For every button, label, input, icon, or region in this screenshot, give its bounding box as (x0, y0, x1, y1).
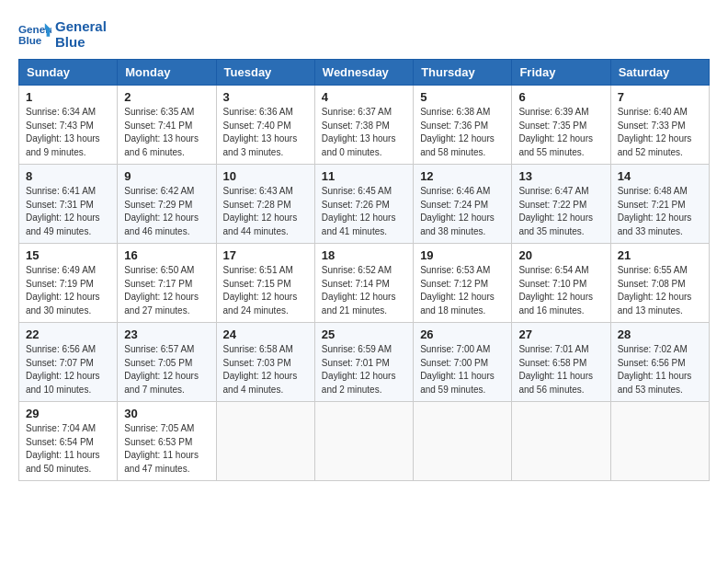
svg-text:Blue: Blue (18, 34, 42, 46)
day-info: Sunrise: 6:38 AM Sunset: 7:36 PM Dayligh… (420, 106, 505, 159)
day-number: 17 (223, 248, 308, 262)
day-number: 6 (518, 90, 603, 104)
day-info: Sunrise: 6:40 AM Sunset: 7:33 PM Dayligh… (618, 106, 702, 159)
day-cell: 17Sunrise: 6:51 AM Sunset: 7:15 PM Dayli… (216, 244, 314, 323)
day-cell: 9Sunrise: 6:42 AM Sunset: 7:29 PM Daylig… (118, 165, 216, 244)
day-number: 3 (223, 90, 308, 104)
day-cell: 8Sunrise: 6:41 AM Sunset: 7:31 PM Daylig… (19, 165, 118, 244)
day-cell (216, 402, 314, 481)
day-info: Sunrise: 6:49 AM Sunset: 7:19 PM Dayligh… (26, 264, 110, 317)
day-cell: 3Sunrise: 6:36 AM Sunset: 7:40 PM Daylig… (216, 86, 314, 165)
day-cell: 1Sunrise: 6:34 AM Sunset: 7:43 PM Daylig… (19, 86, 118, 165)
day-info: Sunrise: 6:41 AM Sunset: 7:31 PM Dayligh… (26, 185, 110, 238)
day-number: 23 (124, 327, 209, 341)
day-number: 25 (322, 327, 406, 341)
header-row: SundayMondayTuesdayWednesdayThursdayFrid… (19, 60, 710, 86)
day-number: 2 (124, 90, 209, 104)
day-info: Sunrise: 6:53 AM Sunset: 7:12 PM Dayligh… (420, 264, 505, 317)
day-info: Sunrise: 6:47 AM Sunset: 7:22 PM Dayligh… (518, 185, 603, 238)
day-number: 26 (420, 327, 505, 341)
day-cell: 26Sunrise: 7:00 AM Sunset: 7:00 PM Dayli… (414, 323, 512, 402)
day-cell: 13Sunrise: 6:47 AM Sunset: 7:22 PM Dayli… (512, 165, 610, 244)
day-cell (610, 402, 709, 481)
day-number: 14 (618, 169, 702, 183)
day-number: 28 (618, 327, 702, 341)
day-number: 1 (26, 90, 110, 104)
week-row-2: 8Sunrise: 6:41 AM Sunset: 7:31 PM Daylig… (19, 165, 710, 244)
day-cell: 23Sunrise: 6:57 AM Sunset: 7:05 PM Dayli… (118, 323, 216, 402)
day-cell: 19Sunrise: 6:53 AM Sunset: 7:12 PM Dayli… (414, 244, 512, 323)
day-cell: 4Sunrise: 6:37 AM Sunset: 7:38 PM Daylig… (314, 86, 413, 165)
day-number: 8 (26, 169, 110, 183)
col-header-tuesday: Tuesday (216, 60, 314, 86)
day-info: Sunrise: 6:46 AM Sunset: 7:24 PM Dayligh… (420, 185, 505, 238)
day-number: 13 (518, 169, 603, 183)
week-row-4: 22Sunrise: 6:56 AM Sunset: 7:07 PM Dayli… (19, 323, 710, 402)
week-row-5: 29Sunrise: 7:04 AM Sunset: 6:54 PM Dayli… (19, 402, 710, 481)
col-header-friday: Friday (512, 60, 610, 86)
day-cell: 30Sunrise: 7:05 AM Sunset: 6:53 PM Dayli… (118, 402, 216, 481)
day-info: Sunrise: 6:42 AM Sunset: 7:29 PM Dayligh… (124, 185, 209, 238)
week-row-3: 15Sunrise: 6:49 AM Sunset: 7:19 PM Dayli… (19, 244, 710, 323)
day-info: Sunrise: 7:04 AM Sunset: 6:54 PM Dayligh… (26, 422, 110, 476)
day-info: Sunrise: 6:48 AM Sunset: 7:21 PM Dayligh… (618, 185, 702, 238)
day-cell: 22Sunrise: 6:56 AM Sunset: 7:07 PM Dayli… (19, 323, 118, 402)
day-cell: 28Sunrise: 7:02 AM Sunset: 6:56 PM Dayli… (610, 323, 709, 402)
day-number: 5 (420, 90, 505, 104)
day-info: Sunrise: 6:45 AM Sunset: 7:26 PM Dayligh… (322, 185, 406, 238)
day-info: Sunrise: 6:54 AM Sunset: 7:10 PM Dayligh… (518, 264, 603, 317)
day-number: 11 (322, 169, 406, 183)
col-header-monday: Monday (118, 60, 216, 86)
logo-icon: General Blue (18, 21, 51, 47)
day-info: Sunrise: 6:36 AM Sunset: 7:40 PM Dayligh… (223, 106, 308, 159)
day-number: 30 (124, 407, 209, 420)
day-cell: 20Sunrise: 6:54 AM Sunset: 7:10 PM Dayli… (512, 244, 610, 323)
day-cell: 2Sunrise: 6:35 AM Sunset: 7:41 PM Daylig… (118, 86, 216, 165)
day-cell: 14Sunrise: 6:48 AM Sunset: 7:21 PM Dayli… (610, 165, 709, 244)
day-cell: 11Sunrise: 6:45 AM Sunset: 7:26 PM Dayli… (314, 165, 413, 244)
day-number: 22 (26, 327, 110, 341)
day-info: Sunrise: 6:34 AM Sunset: 7:43 PM Dayligh… (26, 106, 110, 159)
day-cell: 18Sunrise: 6:52 AM Sunset: 7:14 PM Dayli… (314, 244, 413, 323)
day-number: 7 (618, 90, 702, 104)
day-cell: 15Sunrise: 6:49 AM Sunset: 7:19 PM Dayli… (19, 244, 118, 323)
day-number: 29 (26, 407, 110, 420)
week-row-1: 1Sunrise: 6:34 AM Sunset: 7:43 PM Daylig… (19, 86, 710, 165)
logo: General Blue General Blue (18, 18, 107, 50)
day-number: 20 (518, 248, 603, 262)
day-info: Sunrise: 6:50 AM Sunset: 7:17 PM Dayligh… (124, 264, 209, 317)
day-cell: 24Sunrise: 6:58 AM Sunset: 7:03 PM Dayli… (216, 323, 314, 402)
day-number: 4 (322, 90, 406, 104)
page-header: General Blue General Blue (18, 18, 710, 50)
day-info: Sunrise: 7:02 AM Sunset: 6:56 PM Dayligh… (618, 343, 702, 396)
day-info: Sunrise: 6:39 AM Sunset: 7:35 PM Dayligh… (518, 106, 603, 159)
day-info: Sunrise: 7:01 AM Sunset: 6:58 PM Dayligh… (518, 343, 603, 396)
day-info: Sunrise: 6:55 AM Sunset: 7:08 PM Dayligh… (618, 264, 702, 317)
day-cell: 12Sunrise: 6:46 AM Sunset: 7:24 PM Dayli… (414, 165, 512, 244)
col-header-wednesday: Wednesday (314, 60, 413, 86)
col-header-saturday: Saturday (610, 60, 709, 86)
calendar-table: SundayMondayTuesdayWednesdayThursdayFrid… (18, 59, 710, 481)
day-info: Sunrise: 7:05 AM Sunset: 6:53 PM Dayligh… (124, 422, 209, 476)
day-number: 16 (124, 248, 209, 262)
day-info: Sunrise: 6:52 AM Sunset: 7:14 PM Dayligh… (322, 264, 406, 317)
day-info: Sunrise: 6:35 AM Sunset: 7:41 PM Dayligh… (124, 106, 209, 159)
day-cell: 16Sunrise: 6:50 AM Sunset: 7:17 PM Dayli… (118, 244, 216, 323)
day-info: Sunrise: 6:58 AM Sunset: 7:03 PM Dayligh… (223, 343, 308, 396)
day-cell: 21Sunrise: 6:55 AM Sunset: 7:08 PM Dayli… (610, 244, 709, 323)
day-number: 12 (420, 169, 505, 183)
day-number: 21 (618, 248, 702, 262)
day-cell (414, 402, 512, 481)
day-cell: 29Sunrise: 7:04 AM Sunset: 6:54 PM Dayli… (19, 402, 118, 481)
day-number: 10 (223, 169, 308, 183)
day-info: Sunrise: 6:59 AM Sunset: 7:01 PM Dayligh… (322, 343, 406, 396)
day-number: 24 (223, 327, 308, 341)
day-cell: 7Sunrise: 6:40 AM Sunset: 7:33 PM Daylig… (610, 86, 709, 165)
day-cell: 27Sunrise: 7:01 AM Sunset: 6:58 PM Dayli… (512, 323, 610, 402)
col-header-thursday: Thursday (414, 60, 512, 86)
logo-text2: Blue (55, 34, 107, 50)
day-cell (512, 402, 610, 481)
day-cell: 25Sunrise: 6:59 AM Sunset: 7:01 PM Dayli… (314, 323, 413, 402)
day-info: Sunrise: 7:00 AM Sunset: 7:00 PM Dayligh… (420, 343, 505, 396)
day-info: Sunrise: 6:43 AM Sunset: 7:28 PM Dayligh… (223, 185, 308, 238)
